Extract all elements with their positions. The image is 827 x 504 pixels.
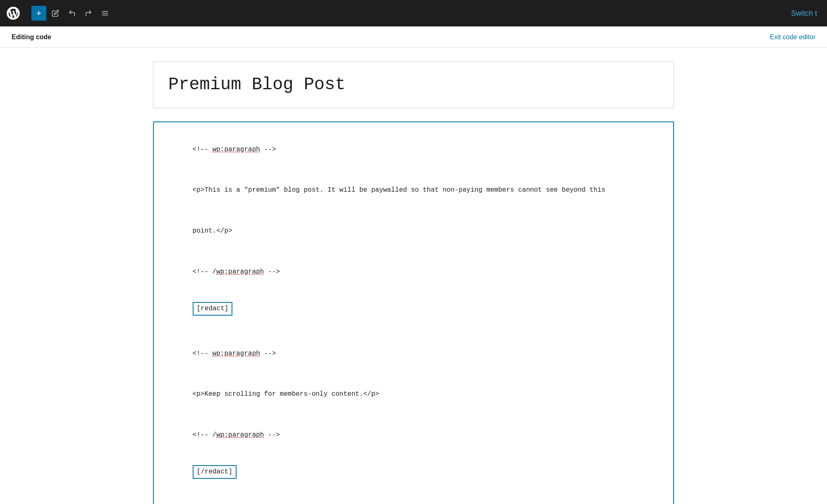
- code-line: <!-- /wp:paragraph -->: [169, 256, 658, 288]
- post-title: Premium Blog Post: [168, 75, 659, 95]
- code-line: <!-- wp:paragraph -->: [169, 338, 658, 370]
- wp-tag-2: wp:paragraph: [213, 350, 260, 357]
- code-line: point.</p>: [169, 216, 658, 247]
- exit-code-editor-button[interactable]: Exit code editor: [770, 33, 815, 41]
- main-content: Premium Blog Post <!-- wp:paragraph --> …: [0, 48, 827, 504]
- list-view-button[interactable]: [98, 6, 112, 21]
- redo-button[interactable]: [81, 6, 96, 21]
- shortcode-redact-close: [/redact]: [193, 465, 237, 479]
- code-line: <p>This is a "premium" blog post. It wil…: [169, 175, 658, 207]
- toolbar-actions: +: [26, 6, 117, 21]
- toolbar: + Switch: [0, 0, 827, 26]
- undo-button[interactable]: [65, 6, 79, 21]
- subheader: Editing code Exit code editor: [0, 26, 827, 48]
- switch-button[interactable]: Switch t: [791, 9, 817, 18]
- code-line: [redact]: [169, 289, 658, 329]
- title-box: Premium Blog Post: [153, 61, 674, 108]
- code-line: <p>Keep scrolling for members-only conte…: [169, 379, 658, 411]
- wp-tag: wp:paragraph: [213, 146, 260, 153]
- add-block-button[interactable]: +: [31, 6, 46, 21]
- code-editor-box[interactable]: <!-- wp:paragraph --> <p>This is a "prem…: [153, 121, 674, 504]
- wp-close-tag-2: wp:paragraph: [216, 431, 264, 439]
- code-line: <!-- wp:paragraph -->: [169, 134, 658, 166]
- wp-logo: [0, 0, 26, 26]
- code-line: <!-- /wp:paragraph -->: [169, 419, 658, 451]
- edit-icon-button[interactable]: [48, 6, 63, 21]
- toolbar-right: Switch t: [791, 9, 827, 18]
- wp-close-tag: wp:paragraph: [216, 268, 264, 276]
- code-line: [/redact]: [169, 452, 658, 492]
- code-line: <!-- wp:paragraph {"fontSize":"x-large"}…: [169, 501, 658, 504]
- editing-code-label: Editing code: [12, 33, 51, 41]
- shortcode-redact: [redact]: [193, 302, 233, 316]
